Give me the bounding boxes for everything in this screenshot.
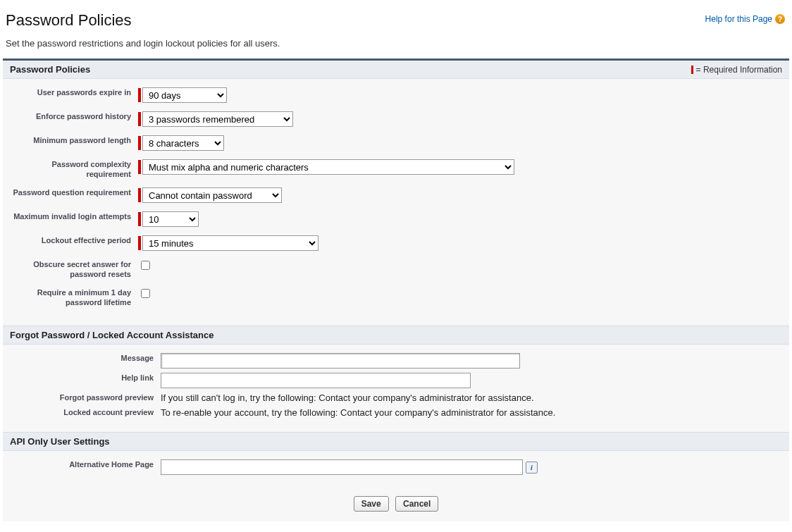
label-help-link: Help link (10, 373, 161, 383)
section-title: API Only User Settings (10, 436, 110, 447)
info-icon[interactable]: i (526, 462, 538, 474)
required-indicator (138, 188, 141, 202)
page-description: Set the password restrictions and login … (6, 38, 789, 49)
label-max-invalid: Maximum invalid login attempts (10, 211, 138, 221)
select-question[interactable]: Cannot contain password (142, 187, 282, 203)
select-max-invalid[interactable]: 10 (142, 211, 199, 227)
label-question: Password question requirement (10, 187, 138, 197)
label-expire: User passwords expire in (10, 87, 138, 97)
required-indicator (138, 160, 141, 174)
select-min-length[interactable]: 8 characters (142, 135, 224, 151)
section-header-api: API Only User Settings (3, 432, 789, 451)
required-indicator (138, 112, 141, 126)
select-history[interactable]: 3 passwords remembered (142, 111, 293, 127)
help-link-text: Help for this Page (705, 14, 772, 24)
select-expire[interactable]: 90 days (142, 87, 227, 103)
required-indicator (138, 236, 141, 250)
label-min-length: Minimum password length (10, 135, 138, 145)
label-forgot-preview: Forgot password preview (10, 392, 161, 402)
required-info-legend: = Required Information (691, 65, 782, 75)
label-locked-preview: Locked account preview (10, 407, 161, 417)
form-panel: Password Policies = Required Information… (3, 58, 789, 521)
section-title: Forgot Password / Locked Account Assista… (10, 330, 214, 340)
checkbox-min-lifetime[interactable] (141, 289, 150, 298)
required-bar-icon (691, 66, 693, 74)
help-for-page-link[interactable]: Help for this Page ? (705, 14, 785, 24)
select-lockout[interactable]: 15 minutes (142, 235, 318, 251)
label-lockout: Lockout effective period (10, 235, 138, 245)
required-indicator (138, 212, 141, 226)
input-message[interactable] (161, 353, 520, 369)
help-icon: ? (775, 14, 785, 24)
checkbox-obscure[interactable] (141, 261, 150, 270)
required-indicator (138, 88, 141, 102)
input-alt-home[interactable] (161, 459, 523, 475)
label-complexity: Password complexity requirement (10, 159, 138, 179)
page-title: Password Policies (6, 11, 132, 30)
section-title: Password Policies (10, 64, 90, 75)
input-help-link[interactable] (161, 373, 471, 388)
button-row: Save Cancel (3, 489, 789, 521)
section-header-forgot: Forgot Password / Locked Account Assista… (3, 326, 789, 345)
label-message: Message (10, 353, 161, 363)
save-button[interactable]: Save (354, 496, 389, 512)
section-header-password-policies: Password Policies = Required Information (3, 61, 789, 79)
label-alt-home: Alternative Home Page (10, 459, 161, 469)
label-min-lifetime: Require a minimum 1 day password lifetim… (10, 287, 138, 307)
label-history: Enforce password history (10, 111, 138, 121)
required-indicator (138, 136, 141, 150)
select-complexity[interactable]: Must mix alpha and numeric characters (142, 159, 514, 175)
cancel-button[interactable]: Cancel (395, 496, 438, 512)
label-obscure: Obscure secret answer for password reset… (10, 259, 138, 279)
forgot-preview-text: If you still can't log in, try the follo… (161, 392, 534, 403)
locked-preview-text: To re-enable your account, try the follo… (161, 407, 555, 418)
